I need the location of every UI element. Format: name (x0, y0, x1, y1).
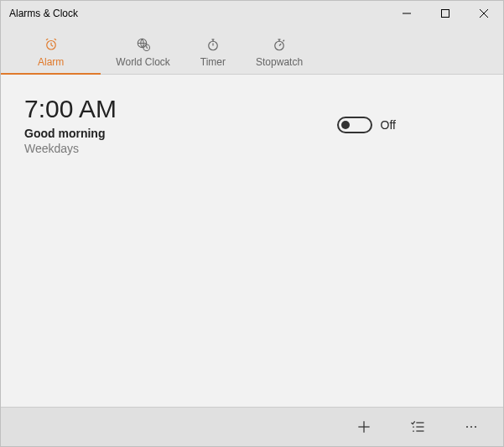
tab-timer-label: Timer (200, 56, 226, 68)
timer-icon (205, 36, 221, 53)
title-bar: Alarms & Clock (1, 1, 503, 26)
select-button[interactable] (391, 408, 444, 447)
svg-line-18 (279, 44, 281, 45)
alarm-list: 7:00 AM Good morning Weekdays Off (1, 75, 503, 407)
tab-stopwatch[interactable]: Stopwatch (241, 31, 318, 75)
svg-line-7 (46, 39, 48, 40)
maximize-button[interactable] (426, 1, 465, 26)
tab-alarm[interactable]: Alarm (1, 31, 101, 75)
window-controls (387, 1, 503, 26)
command-bar (1, 407, 503, 446)
svg-line-8 (54, 39, 55, 40)
svg-line-21 (283, 40, 285, 42)
svg-rect-1 (442, 10, 449, 18)
window-title: Alarms & Clock (1, 8, 78, 19)
svg-line-12 (146, 48, 148, 49)
tab-alarm-label: Alarm (38, 56, 64, 68)
more-button[interactable] (444, 408, 498, 447)
maximize-icon (441, 9, 449, 18)
alarm-info: 7:00 AM Good morning Weekdays (24, 95, 117, 155)
tab-stopwatch-label: Stopwatch (256, 56, 303, 68)
plus-icon (356, 418, 372, 435)
tab-world-clock[interactable]: World Clock (101, 31, 184, 75)
toggle-knob (341, 121, 350, 129)
alarm-toggle-label: Off (381, 118, 396, 132)
add-button[interactable] (337, 408, 391, 447)
svg-line-6 (51, 45, 53, 47)
close-button[interactable] (465, 1, 503, 26)
alarm-label: Good morning (24, 127, 117, 140)
alarm-toggle[interactable] (337, 117, 372, 133)
close-icon (480, 9, 488, 18)
stopwatch-icon (272, 36, 287, 53)
checklist-icon (409, 418, 426, 435)
tab-world-clock-label: World Clock (116, 56, 169, 68)
tab-timer[interactable]: Timer (185, 31, 241, 75)
alarm-time: 7:00 AM (24, 95, 117, 123)
world-clock-icon (136, 36, 151, 53)
alarm-repeat: Weekdays (24, 142, 117, 155)
tab-bar: Alarm World Clock Timer Stopwatch (1, 26, 503, 75)
alarm-item[interactable]: 7:00 AM Good morning Weekdays Off (24, 95, 480, 155)
ellipsis-icon (466, 426, 476, 428)
minimize-button[interactable] (387, 1, 426, 26)
minimize-icon (403, 9, 411, 18)
alarm-icon (44, 36, 59, 53)
alarm-toggle-group: Off (337, 117, 480, 133)
